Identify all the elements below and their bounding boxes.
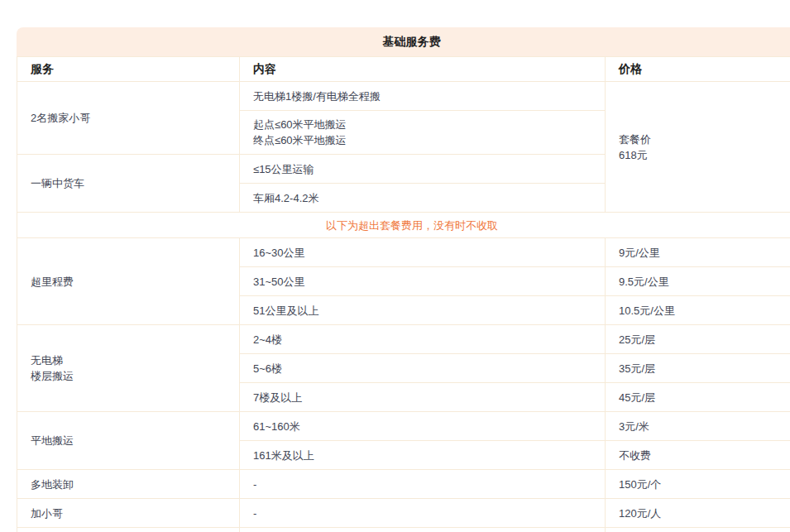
service-line: 楼层搬运 [31,368,239,384]
price-cell: 9元/公里 [606,238,790,267]
notice-row: 以下为超出套餐费用，没有时不收取 [17,213,790,238]
table-row: 无电梯 楼层搬运 2~4楼 25元/层 [17,325,790,354]
table-row: 多地装卸 - 150元/个 [17,470,790,499]
service-cell-extra-worker: 加小哥 [17,499,240,528]
service-cell-movers: 2名搬家小哥 [17,82,240,155]
content-cell: 车厢4.2-4.2米 [240,184,606,213]
content-cell: 2~4楼 [240,325,606,354]
service-cell-no-elevator: 无电梯 楼层搬运 [17,325,240,412]
pricing-page: 基础服务费 服务 内容 价格 2名搬家小哥 无电梯1楼搬/有电梯全程搬 套餐价 … [17,27,790,532]
service-line: 无电梯 [31,352,239,368]
service-cell-flat-carry: 平地搬运 [17,412,240,470]
table-row: 2名搬家小哥 无电梯1楼搬/有电梯全程搬 套餐价 618元 [17,82,790,111]
package-price-cell: 套餐价 618元 [606,82,790,213]
content-cell: 31~50公里 [240,267,606,296]
package-price-line: 套餐价 [619,132,790,147]
price-cell: 3元/米 [606,412,790,441]
content-cell: 无电梯1楼搬/有电梯全程搬 [240,82,606,111]
price-cell: 150元/个 [606,470,790,499]
content-cell: - [240,499,606,528]
content-cell: ≤15公里运输 [240,155,606,184]
package-price-line: 618元 [619,147,790,163]
price-cell: 不收费 [606,441,790,470]
column-header-content: 内容 [240,57,606,82]
content-cell: 51公里及以上 [240,296,606,325]
column-header-price: 价格 [606,57,790,82]
content-cell: 起点≤60米平地搬运 终点≤60米平地搬运 [240,111,606,155]
content-line: 终点≤60米平地搬运 [253,132,605,148]
price-cell: 9.5元/公里 [606,267,790,296]
table-row: 加小哥 - 120元/人 [17,499,790,528]
content-cell: 161米及以上 [240,441,606,470]
table-title: 基础服务费 [17,27,790,56]
table-row: 平地搬运 61~160米 3元/米 [17,412,790,441]
price-cell: 35元/层 [606,354,790,383]
service-cell-multi-stop: 多地装卸 [17,470,240,499]
pricing-table: 服务 内容 价格 2名搬家小哥 无电梯1楼搬/有电梯全程搬 套餐价 618元 起… [17,56,790,532]
table-row: 超里程费 16~30公里 9元/公里 [17,238,790,267]
table-header-row: 服务 内容 价格 [17,57,790,82]
content-cell: 61~160米 [240,412,606,441]
table-row-cutoff [17,528,790,532]
content-cell: 7楼及以上 [240,383,606,412]
content-cell [240,528,606,532]
service-cell-over-mileage: 超里程费 [17,238,240,325]
price-cell: 10.5元/公里 [606,296,790,325]
price-cell [606,528,790,532]
content-line: 起点≤60米平地搬运 [253,117,605,132]
column-header-service: 服务 [17,57,240,82]
service-cell-truck: 一辆中货车 [17,155,240,213]
price-cell: 25元/层 [606,325,790,354]
content-cell: 16~30公里 [240,238,606,267]
price-cell: 45元/层 [606,383,790,412]
service-cell [17,528,240,532]
notice-text: 以下为超出套餐费用，没有时不收取 [17,213,790,238]
price-cell: 120元/人 [606,499,790,528]
content-cell: 5~6楼 [240,354,606,383]
content-cell: - [240,470,606,499]
